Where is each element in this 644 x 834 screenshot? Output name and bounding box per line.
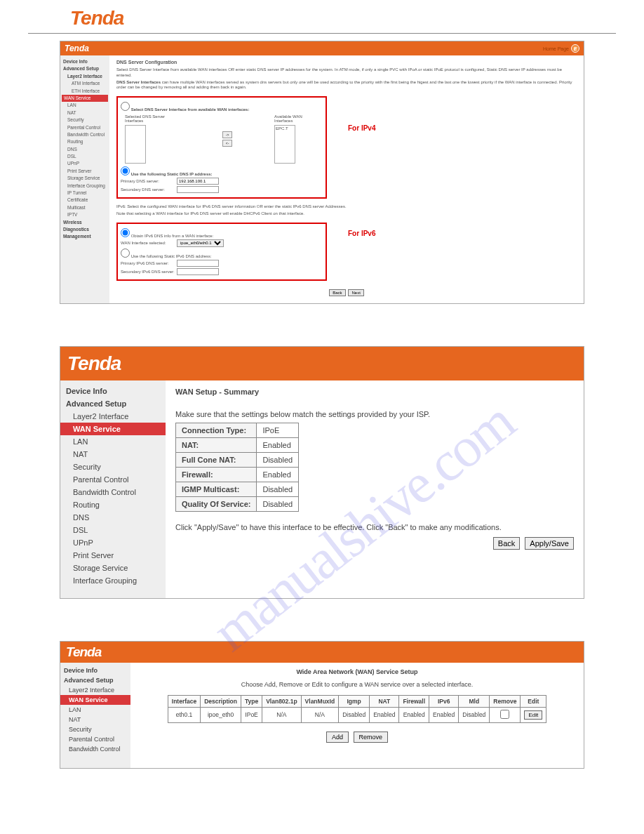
selected-label: Selected DNS Server Interfaces bbox=[125, 114, 180, 123]
nav-bandwidth[interactable]: Bandwidth Control bbox=[60, 744, 130, 754]
secondary-dns-label: Secondary DNS server: bbox=[121, 187, 177, 192]
nav-layer2[interactable]: Layer2 Interface bbox=[60, 410, 166, 423]
app-logo: Tenda bbox=[67, 352, 121, 375]
radio-static-ipv6[interactable] bbox=[121, 249, 130, 258]
nav-iptunnel[interactable]: IP Tunnel bbox=[62, 190, 108, 197]
apply-save-button[interactable]: Apply/Save bbox=[525, 537, 574, 550]
nav-multicast[interactable]: Multicast bbox=[62, 204, 108, 211]
nav-bandwidth[interactable]: Bandwidth Control bbox=[62, 131, 108, 138]
secondary-dns-input[interactable] bbox=[177, 186, 219, 193]
nav-upnp[interactable]: UPnP bbox=[60, 536, 166, 549]
radio-static-dns[interactable] bbox=[121, 166, 130, 176]
nav-parental[interactable]: Parental Control bbox=[62, 124, 108, 131]
nav-routing[interactable]: Routing bbox=[60, 498, 166, 511]
radio-select-interface[interactable] bbox=[121, 102, 130, 111]
table-row: IGMP Multicast:Disabled bbox=[176, 482, 299, 496]
wan-if-select[interactable]: ipoe_eth0/eth0.1 bbox=[177, 239, 224, 247]
nav-lan[interactable]: LAN bbox=[60, 435, 166, 448]
radio-select-interface-label: Select DNS Server Interface from availab… bbox=[131, 107, 250, 112]
nav-security[interactable]: Security bbox=[62, 117, 108, 124]
sidebar: Device Info Advanced Setup Layer2 Interf… bbox=[60, 380, 166, 598]
table-row: Connection Type:IPoE bbox=[176, 423, 299, 437]
wan-service-table: Interface Description Type Vlan802.1p Vl… bbox=[168, 695, 546, 723]
nav-dns[interactable]: DNS bbox=[60, 511, 166, 524]
nav-dsl[interactable]: DSL bbox=[62, 153, 108, 160]
nav-bandwidth[interactable]: Bandwidth Control bbox=[60, 486, 166, 498]
nav-iptv[interactable]: IPTV bbox=[62, 211, 108, 218]
nav-diagnostics[interactable]: Diagnostics bbox=[62, 226, 108, 233]
page-brand-logo: Tenda bbox=[70, 7, 644, 29]
desc-p1: Select DNS Server Interface from availab… bbox=[116, 67, 577, 79]
remove-button[interactable]: Remove bbox=[354, 732, 389, 743]
desc-p2: DNS Server Interfaces can have multiple … bbox=[116, 80, 577, 91]
desc-p2: Click "Apply/Save" to have this interfac… bbox=[175, 523, 574, 531]
nav-wireless[interactable]: Wireless bbox=[62, 219, 108, 226]
nav-device-info[interactable]: Device Info bbox=[62, 58, 108, 65]
wan-if-label: WAN Interface selected: bbox=[121, 241, 177, 245]
page-subtitle: Choose Add, Remove or Edit to configure … bbox=[137, 681, 577, 688]
primary6-input[interactable] bbox=[177, 260, 219, 267]
nav-lan[interactable]: LAN bbox=[60, 705, 130, 715]
next-button[interactable]: Next bbox=[348, 289, 363, 296]
nav-advanced-setup[interactable]: Advanced Setup bbox=[60, 397, 166, 410]
nav-nat[interactable]: NAT bbox=[60, 448, 166, 461]
nav-ifgroup[interactable]: Interface Grouping bbox=[60, 574, 166, 587]
globe-icon: E bbox=[571, 44, 579, 53]
secondary6-input[interactable] bbox=[177, 268, 219, 275]
nav-advanced-setup[interactable]: Advanced Setup bbox=[60, 675, 130, 685]
nav-device-info[interactable]: Device Info bbox=[60, 385, 166, 397]
sidebar: Device Info Advanced Setup Layer2 Interf… bbox=[60, 663, 130, 768]
home-link[interactable]: Home Page E bbox=[543, 44, 579, 53]
nav-wan-service[interactable]: WAN Service bbox=[60, 695, 130, 705]
ipv6-p1: IPv6: Select the configured WAN interfac… bbox=[116, 204, 577, 210]
ipv4-group: Select DNS Server Interface from availab… bbox=[116, 96, 327, 199]
nav-upnp[interactable]: UPnP bbox=[62, 160, 108, 167]
nav-storage[interactable]: Storage Service bbox=[60, 562, 166, 574]
back-button[interactable]: Back bbox=[329, 289, 345, 296]
nav-parental[interactable]: Parental Control bbox=[60, 734, 130, 744]
nav-storage[interactable]: Storage Service bbox=[62, 175, 108, 182]
nav-dsl[interactable]: DSL bbox=[60, 524, 166, 536]
add-button[interactable]: Add bbox=[326, 732, 349, 743]
nav-security[interactable]: Security bbox=[60, 724, 130, 734]
nav-cert[interactable]: Certificate bbox=[62, 197, 108, 204]
radio-obtain-ipv6[interactable] bbox=[121, 228, 130, 237]
ipv6-p2: Note that selecting a WAN interface for … bbox=[116, 211, 577, 217]
selected-list[interactable] bbox=[125, 125, 146, 164]
radio-obtain-ipv6-label: Obtain IPv6 DNS info from a WAN interfac… bbox=[131, 234, 214, 238]
nav-advanced-setup[interactable]: Advanced Setup bbox=[62, 65, 108, 72]
nav-layer2[interactable]: Layer2 Interface bbox=[60, 685, 130, 695]
nav-routing[interactable]: Routing bbox=[62, 138, 108, 145]
table-header-row: Interface Description Type Vlan802.1p Vl… bbox=[168, 695, 546, 707]
desc-p1: Make sure that the settings below match … bbox=[175, 410, 574, 418]
remove-checkbox[interactable] bbox=[500, 710, 509, 719]
nav-parental[interactable]: Parental Control bbox=[60, 473, 166, 486]
move-right-button[interactable]: -> bbox=[222, 131, 232, 138]
nav-ifgroup[interactable]: Interface Grouping bbox=[62, 183, 108, 190]
nav-nat[interactable]: NAT bbox=[62, 110, 108, 117]
nav-lan[interactable]: LAN bbox=[62, 102, 108, 109]
nav-management[interactable]: Management bbox=[62, 233, 108, 240]
nav-atm[interactable]: ATM Interface bbox=[62, 80, 108, 87]
primary-dns-input[interactable] bbox=[177, 178, 219, 185]
nav-layer2[interactable]: Layer2 Interface bbox=[62, 73, 108, 80]
edit-button[interactable]: Edit bbox=[524, 710, 542, 720]
screenshot-wan-summary: Tenda Device Info Advanced Setup Layer2 … bbox=[60, 346, 584, 599]
nav-dns[interactable]: DNS bbox=[62, 146, 108, 153]
nav-wan-service[interactable]: WAN Service bbox=[62, 95, 108, 102]
nav-device-info[interactable]: Device Info bbox=[60, 666, 130, 675]
header-divider bbox=[28, 33, 616, 34]
page-title: Wide Area Network (WAN) Service Setup bbox=[137, 668, 577, 675]
back-button[interactable]: Back bbox=[493, 537, 520, 550]
sidebar: Device Info Advanced Setup Layer2 Interf… bbox=[60, 55, 109, 303]
move-left-button[interactable]: <- bbox=[222, 140, 232, 147]
nav-nat[interactable]: NAT bbox=[60, 715, 130, 724]
available-list[interactable]: EPC.T bbox=[274, 125, 295, 164]
ipv6-group: Obtain IPv6 DNS info from a WAN interfac… bbox=[116, 223, 327, 281]
primary6-label: Primary IPv6 DNS server: bbox=[121, 261, 177, 265]
nav-eth[interactable]: ETH Interface bbox=[62, 88, 108, 95]
nav-print[interactable]: Print Server bbox=[62, 168, 108, 175]
nav-wan-service[interactable]: WAN Service bbox=[60, 423, 166, 435]
nav-security[interactable]: Security bbox=[60, 461, 166, 473]
nav-print[interactable]: Print Server bbox=[60, 549, 166, 562]
